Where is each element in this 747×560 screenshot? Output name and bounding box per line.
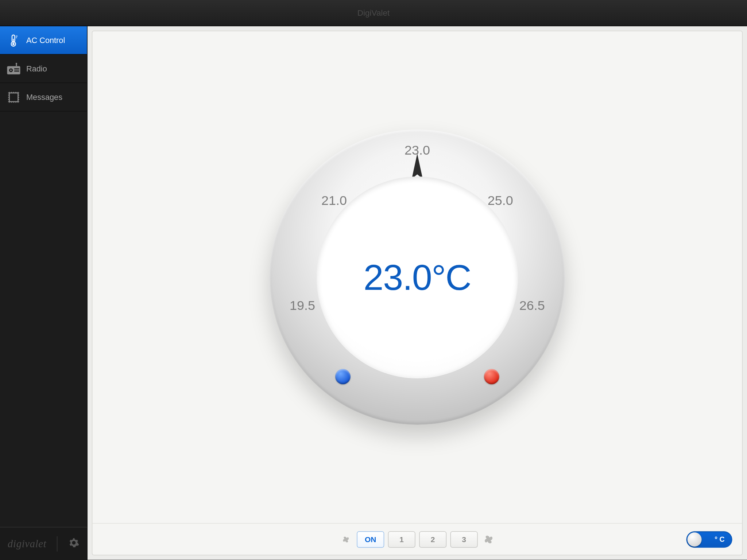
sidebar-item-radio[interactable]: Radio [0, 55, 87, 83]
ac-panel: 23.0 21.0 25.0 19.5 26.5 23.0°C [92, 31, 743, 555]
sidebar-item-label: Messages [26, 93, 62, 101]
svg-point-2 [12, 43, 15, 45]
thermometer-icon [7, 33, 21, 47]
dial-tick-lower-left: 19.5 [290, 298, 315, 313]
main-area: 23.0 21.0 25.0 19.5 26.5 23.0°C [88, 26, 747, 560]
dial-area: 23.0 21.0 25.0 19.5 26.5 23.0°C [92, 31, 742, 523]
radio-icon [7, 62, 21, 76]
cold-indicator-icon [335, 369, 351, 384]
svg-marker-14 [412, 153, 423, 179]
dial-tick-upper-right: 25.0 [488, 193, 513, 208]
header-bar: DigiValet [0, 0, 747, 26]
fan-large-icon[interactable] [481, 532, 496, 547]
svg-rect-9 [14, 68, 19, 69]
sidebar-item-label: AC Control [26, 36, 65, 44]
body: AC Control Radio [0, 26, 747, 560]
dial-tick-lower-right: 26.5 [519, 298, 545, 313]
svg-rect-10 [14, 70, 19, 71]
fan-on-button[interactable]: ON [357, 531, 384, 548]
dial-tick-upper-left: 21.0 [321, 193, 347, 208]
sidebar-item-messages[interactable]: Messages [0, 83, 87, 112]
sidebar-item-ac-control[interactable]: AC Control [0, 26, 87, 55]
fan-controls: ON 1 2 3 [339, 531, 496, 548]
svg-rect-13 [9, 93, 18, 101]
hot-indicator-icon [484, 369, 499, 384]
toggle-knob-icon [688, 532, 702, 547]
sidebar-item-label: Radio [26, 64, 47, 73]
stamp-icon [7, 90, 21, 104]
unit-toggle-label: ° C [715, 535, 724, 543]
dial-face: 23.0°C [317, 176, 518, 378]
fan-speed-2-button[interactable]: 2 [419, 531, 446, 548]
controls-bar: ON 1 2 3 ° C [92, 523, 742, 555]
fan-speed-1-button[interactable]: 1 [388, 531, 415, 548]
header-title: DigiValet [357, 8, 390, 17]
sidebar: AC Control Radio [0, 26, 88, 560]
fan-speed-3-button[interactable]: 3 [450, 531, 478, 548]
fan-small-icon[interactable] [339, 532, 353, 547]
divider [57, 536, 58, 551]
settings-icon[interactable] [68, 537, 79, 550]
sidebar-items: AC Control Radio [0, 26, 87, 527]
unit-toggle[interactable]: ° C [686, 531, 732, 548]
sidebar-footer: digivalet [0, 527, 87, 560]
app-root: DigiValet AC Control [0, 0, 747, 560]
svg-point-8 [10, 69, 12, 71]
temperature-dial[interactable]: 23.0 21.0 25.0 19.5 26.5 23.0°C [270, 129, 565, 425]
brand-logo: digivalet [8, 538, 46, 550]
temperature-value: 23.0°C [364, 256, 471, 298]
